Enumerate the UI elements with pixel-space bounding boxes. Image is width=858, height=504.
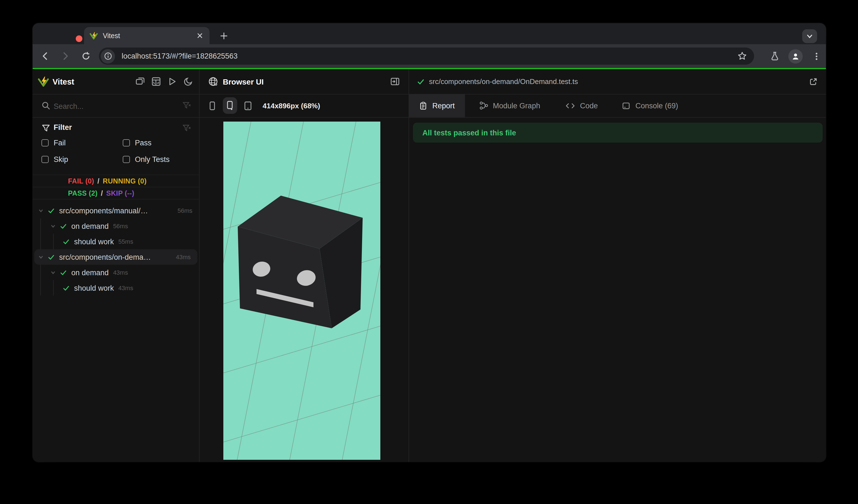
url-text: localhost:5173/#/?file=1828625563 [122, 52, 238, 60]
plus-icon [220, 32, 228, 40]
3d-cube-scene [223, 121, 380, 460]
chevron-down-icon [806, 33, 813, 40]
avatar [788, 49, 803, 63]
tree-item-test[interactable]: should work 43ms [33, 280, 199, 296]
filter-icon [42, 124, 50, 133]
dashboard-button[interactable] [150, 76, 162, 87]
dock-panel-button[interactable] [134, 76, 146, 87]
new-tab-button[interactable] [217, 29, 231, 43]
pass-check-icon [60, 223, 67, 230]
report-icon [419, 101, 427, 110]
test-preview-iframe[interactable] [223, 121, 380, 460]
sidebar-header: Vitest [33, 69, 199, 95]
tab-report[interactable]: Report [409, 94, 465, 117]
all-tests-passed-banner: All tests passed in this file [413, 123, 823, 143]
windows-icon [135, 77, 145, 86]
pass-count: PASS (2) [68, 189, 98, 197]
filter-checkbox-pass[interactable]: Pass [123, 136, 152, 149]
sidebar: Vitest [33, 69, 200, 462]
tree-item-suite[interactable]: on demand 43ms [33, 265, 199, 280]
device-phone-small-button[interactable] [205, 97, 220, 114]
desktop: Vitest [0, 0, 858, 504]
profile-button[interactable] [787, 48, 804, 64]
close-window-button[interactable] [76, 35, 82, 42]
tab-module-graph[interactable]: Module Graph [469, 94, 550, 117]
pass-check-icon [48, 207, 55, 214]
tree-item-file-selected[interactable]: src/components/on-dema… 43ms [34, 249, 197, 265]
tree-item-file[interactable]: src/components/manual/… 56ms [33, 203, 199, 218]
device-toolbar: 414x896px (68%) [200, 94, 409, 118]
code-icon [566, 101, 575, 110]
external-link-icon [809, 77, 817, 86]
reload-icon [81, 51, 90, 61]
report-panel-header: src/components/on-demand/OnDemand.test.t… [409, 69, 826, 95]
forward-icon [61, 51, 70, 61]
info-icon [104, 52, 112, 60]
tab-search-button[interactable] [802, 29, 817, 43]
test-stats: FAIL (0) / RUNNING (0) PASS (2) / SKIP (… [33, 175, 199, 199]
forward-button[interactable] [57, 48, 74, 64]
theme-toggle-button[interactable] [182, 76, 194, 87]
clear-search-filter-icon[interactable] [182, 101, 191, 110]
browser-window: Vitest [33, 23, 826, 462]
chevron-down-icon[interactable] [38, 208, 44, 213]
bookmark-button[interactable] [735, 49, 749, 63]
flask-icon [770, 51, 779, 61]
chevron-down-icon[interactable] [50, 223, 56, 229]
device-tablet-button[interactable] [240, 97, 255, 114]
star-icon [737, 51, 747, 61]
checkbox-icon [123, 139, 130, 146]
browser-preview-panel: Browser UI [200, 69, 409, 462]
stats-row-1: FAIL (0) / RUNNING (0) [33, 175, 199, 187]
search-row [33, 94, 199, 118]
pass-check-icon [48, 254, 55, 261]
checkbox-icon [42, 139, 49, 146]
menu-button[interactable] [808, 48, 825, 64]
address-bar[interactable]: localhost:5173/#/?file=1828625563 [99, 48, 754, 65]
tab-title: Vitest [103, 32, 195, 39]
pass-check-icon [62, 284, 70, 292]
site-info-button[interactable] [101, 49, 115, 63]
experiments-button[interactable] [766, 48, 783, 64]
clear-filter-icon[interactable] [182, 124, 191, 133]
vitest-logo [37, 76, 49, 87]
pass-check-icon [62, 238, 70, 245]
browser-panel-header: Browser UI [200, 69, 409, 95]
filter-checkbox-skip[interactable]: Skip [42, 153, 68, 165]
filter-checkbox-fail[interactable]: Fail [42, 136, 66, 149]
filter-checkbox-only-tests[interactable]: Only Tests [123, 153, 170, 165]
tree-item-test[interactable]: should work 55ms [33, 234, 199, 249]
skip-count: SKIP (--) [106, 189, 134, 197]
running-count: RUNNING (0) [103, 177, 147, 185]
reload-button[interactable] [77, 48, 94, 64]
play-icon [167, 77, 177, 86]
fail-count: FAIL (0) [68, 177, 94, 185]
filter-title: Filter [54, 123, 72, 131]
tree-item-suite[interactable]: on demand 56ms [33, 218, 199, 234]
search-input[interactable] [52, 99, 175, 113]
open-external-button[interactable] [807, 76, 819, 87]
viewport-size-label: 414x896px (68%) [263, 101, 320, 110]
browser-tab[interactable]: Vitest [84, 27, 209, 44]
tab-code[interactable]: Code [556, 94, 608, 117]
module-graph-icon [479, 101, 488, 110]
run-all-button[interactable] [166, 76, 178, 87]
globe-icon [208, 77, 218, 86]
browser-toolbar: localhost:5173/#/?file=1828625563 [33, 44, 826, 68]
test-file-path: src/components/on-demand/OnDemand.test.t… [429, 77, 807, 86]
panel-right-icon [390, 77, 399, 86]
open-in-panel-button[interactable] [388, 76, 401, 87]
tab-close-button[interactable] [195, 31, 204, 40]
tab-console[interactable]: Console (69) [612, 94, 688, 117]
moon-icon [183, 77, 193, 86]
vitest-app: Vitest [33, 68, 826, 462]
search-icon [42, 101, 50, 110]
chevron-down-icon[interactable] [38, 254, 44, 260]
checkbox-icon [42, 156, 49, 163]
console-icon [622, 101, 631, 110]
device-phone-plus-button[interactable] [223, 97, 237, 114]
report-panel: src/components/on-demand/OnDemand.test.t… [409, 69, 826, 462]
chevron-down-icon[interactable] [50, 270, 56, 275]
person-icon [791, 52, 800, 61]
back-button[interactable] [36, 48, 53, 64]
